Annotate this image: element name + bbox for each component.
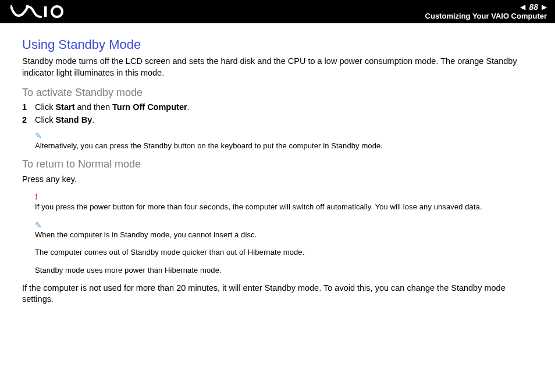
- warning-power-button: ! If you press the power button for more…: [35, 191, 533, 212]
- return-body: Press any key.: [22, 174, 533, 186]
- intro-paragraph: Standby mode turns off the LCD screen an…: [22, 56, 533, 79]
- note-line: When the computer is in Standby mode, yo…: [35, 230, 533, 240]
- step-number: 2: [22, 115, 35, 124]
- step-1: 1 Click Start and then Turn Off Computer…: [22, 102, 533, 112]
- prev-page-arrow-icon[interactable]: ◀: [520, 3, 525, 11]
- pencil-note-icon: ✎: [35, 130, 533, 142]
- activate-steps: 1 Click Start and then Turn Off Computer…: [22, 102, 533, 124]
- section-return-heading: To return to Normal mode: [22, 158, 533, 170]
- next-page-arrow-icon[interactable]: ▶: [542, 3, 547, 11]
- page-number: 88: [529, 3, 538, 12]
- vaio-logo: [10, 5, 74, 18]
- note-alternative: ✎ Alternatively, you can press the Stand…: [35, 130, 533, 151]
- breadcrumb: Customizing Your VAIO Computer: [425, 12, 547, 20]
- step-text: Click Stand By.: [35, 115, 94, 124]
- exclamation-warn-icon: !: [35, 191, 533, 203]
- page-header: ◀ 88 ▶ Customizing Your VAIO Computer: [0, 0, 555, 23]
- note-standby-details: ✎ When the computer is in Standby mode, …: [35, 220, 533, 276]
- note-line: The computer comes out of Standby mode q…: [35, 247, 533, 258]
- svg-point-1: [52, 6, 62, 17]
- step-number: 1: [22, 102, 35, 112]
- section-activate-heading: To activate Standby mode: [22, 87, 533, 99]
- page-nav: ◀ 88 ▶ Customizing Your VAIO Computer: [425, 3, 547, 20]
- page-title: Using Standby Mode: [22, 37, 533, 52]
- step-text: Click Start and then Turn Off Computer.: [35, 102, 190, 112]
- step-2: 2 Click Stand By.: [22, 115, 533, 124]
- svg-rect-0: [44, 6, 47, 17]
- footer-paragraph: If the computer is not used for more tha…: [22, 283, 533, 305]
- note-line: Standby mode uses more power than Hibern…: [35, 265, 533, 276]
- page-content: Using Standby Mode Standby mode turns of…: [0, 23, 555, 305]
